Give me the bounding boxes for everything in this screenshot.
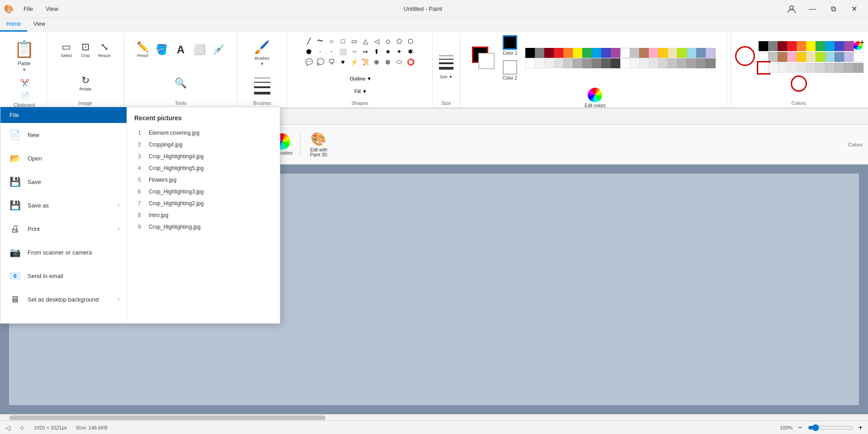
file-menu-btn[interactable]: File	[17, 3, 39, 15]
shape-diamond[interactable]: ◇	[382, 36, 393, 46]
shape-rtriangle[interactable]: ◁	[371, 36, 382, 46]
top-swatch-2[interactable]	[768, 41, 778, 51]
top-sw-w4[interactable]	[787, 52, 797, 62]
swatch-b9[interactable]	[696, 58, 706, 68]
shape-misc4[interactable]: ⭕	[405, 57, 416, 67]
swatch-cream[interactable]	[668, 48, 678, 58]
swatch-w2[interactable]	[535, 58, 545, 68]
top-sw-w6[interactable]	[806, 52, 816, 62]
crop-btn[interactable]: ⊡ Crop	[76, 38, 94, 61]
swatch-b5[interactable]	[658, 58, 668, 68]
recent-item-9[interactable]: 9 Crop_Highlighting.jpg	[134, 221, 273, 233]
shape-r1[interactable]: ⬟	[303, 47, 314, 57]
swatch-w4[interactable]	[554, 58, 564, 68]
top-swatch-4[interactable]	[787, 41, 797, 51]
swatch-w6[interactable]	[573, 58, 583, 68]
top-sw-b6[interactable]	[806, 63, 816, 73]
shape-star3[interactable]: ✱	[405, 47, 416, 57]
outline-btn[interactable]: Outline ▼	[345, 73, 377, 85]
shape-line[interactable]: ╱	[303, 36, 314, 46]
top-sw-w1[interactable]	[759, 52, 769, 62]
edit-paint3d-btn2[interactable]: 🎨 Edit with Paint 3D	[306, 132, 331, 157]
swatch-brown[interactable]	[639, 48, 649, 58]
top-swatch-1[interactable]	[759, 41, 769, 51]
shape-misc2[interactable]: ⊗	[382, 57, 393, 67]
tab-home[interactable]: Home	[0, 18, 27, 32]
view-menu-btn[interactable]: View	[39, 3, 65, 15]
shape-scroll[interactable]: 📜	[360, 57, 371, 67]
size-picker-btn[interactable]: Size ▼	[435, 48, 458, 85]
shape-arrow[interactable]: →	[349, 47, 359, 57]
swatch-b1[interactable]	[620, 58, 630, 68]
copy-btn[interactable]: 📄	[18, 90, 32, 101]
swatch-black[interactable]	[525, 48, 535, 58]
top-sw-b11[interactable]	[854, 63, 863, 73]
swatch-b8[interactable]	[687, 58, 697, 68]
size-4[interactable]	[254, 92, 270, 94]
top-sw-b9[interactable]	[835, 63, 844, 73]
shape-r3[interactable]: ⬝	[326, 47, 337, 57]
shape-callout[interactable]: 💬	[303, 57, 314, 67]
top-sw-b7[interactable]	[816, 63, 826, 73]
swatch-w1[interactable]	[525, 58, 535, 68]
swatch-b7[interactable]	[677, 58, 687, 68]
shape-rect[interactable]: □	[337, 36, 348, 46]
recent-item-7[interactable]: 7 Crop_Highlighting2.jpg	[134, 198, 273, 209]
rotate-btn[interactable]: ↻ Rotate	[76, 71, 94, 95]
swatch-blue[interactable]	[592, 48, 602, 58]
shape-arrow2[interactable]: ⇒	[360, 47, 371, 57]
swatch-b2[interactable]	[630, 58, 640, 68]
menu-item-new[interactable]: 📄 New	[0, 123, 127, 146]
edit-colors-btn[interactable]: Edit colors	[582, 85, 608, 110]
top-sw-w9[interactable]	[835, 52, 844, 62]
swatch-b6[interactable]	[668, 58, 678, 68]
tab-view[interactable]: View	[27, 18, 52, 32]
swatch-green[interactable]	[582, 48, 592, 58]
swatch-lavender[interactable]	[706, 48, 716, 58]
recent-item-2[interactable]: 2 Cropping4.jpg	[134, 139, 273, 151]
recent-item-8[interactable]: 8 Intro.jpg	[134, 209, 273, 221]
shape-lightning[interactable]: ⚡	[349, 57, 359, 67]
top-swatch-3[interactable]	[778, 41, 788, 51]
swatch-orange[interactable]	[563, 48, 573, 58]
swatch-silver[interactable]	[630, 48, 640, 58]
brush-btn[interactable]: 🖌️ Brushes ▼	[250, 35, 275, 71]
top-sw-w2[interactable]	[768, 52, 778, 62]
swatch-b4[interactable]	[649, 58, 659, 68]
fill-btn[interactable]: 🪣	[153, 38, 171, 61]
nav-arrow[interactable]: ◁	[5, 424, 10, 431]
shape-r2[interactable]: ⬞	[315, 47, 326, 57]
shape-star[interactable]: ★	[382, 47, 393, 57]
eraser-btn[interactable]: ⬜	[191, 38, 209, 61]
shape-oval[interactable]: ○	[326, 36, 337, 46]
top-swatch-5[interactable]	[797, 41, 807, 51]
swatch-b10[interactable]	[706, 58, 716, 68]
size-1[interactable]	[254, 78, 270, 78]
menu-item-scanner[interactable]: 📷 From scanner or camera	[0, 241, 127, 264]
menu-item-save[interactable]: 💾 Save	[0, 170, 127, 193]
shape-curve[interactable]: 〜	[315, 36, 326, 46]
maximize-btn[interactable]: ⧉	[823, 2, 844, 16]
account-btn[interactable]	[781, 2, 802, 16]
shape-callout2[interactable]: 💭	[315, 57, 326, 67]
second-color-circle[interactable]	[791, 75, 807, 92]
eyedropper-btn[interactable]: 💉	[210, 38, 228, 61]
top-sw-b2[interactable]	[768, 63, 778, 73]
menu-item-print[interactable]: 🖨 Print ›	[0, 217, 127, 241]
menu-item-email[interactable]: 📧 Send in email	[0, 264, 127, 288]
swatch-w8[interactable]	[592, 58, 602, 68]
swatch-purple[interactable]	[611, 48, 621, 58]
shape-arrow3[interactable]: ⬆	[371, 47, 382, 57]
top-sw-b5[interactable]	[797, 63, 807, 73]
zoom-out-btn[interactable]: −	[798, 424, 802, 432]
top-swatch-6[interactable]	[806, 41, 816, 51]
swatch-indigo[interactable]	[601, 48, 611, 58]
top-sw-b4[interactable]	[787, 63, 797, 73]
top-sw-b3[interactable]	[778, 63, 788, 73]
shape-r4[interactable]: ⬜	[337, 47, 348, 57]
menu-item-saveas[interactable]: 💾 Save as ›	[0, 193, 127, 217]
swatch-red[interactable]	[554, 48, 564, 58]
top-sw-w10[interactable]	[844, 52, 854, 62]
top-swatch-9[interactable]	[835, 41, 844, 51]
swatch-w3[interactable]	[544, 58, 554, 68]
